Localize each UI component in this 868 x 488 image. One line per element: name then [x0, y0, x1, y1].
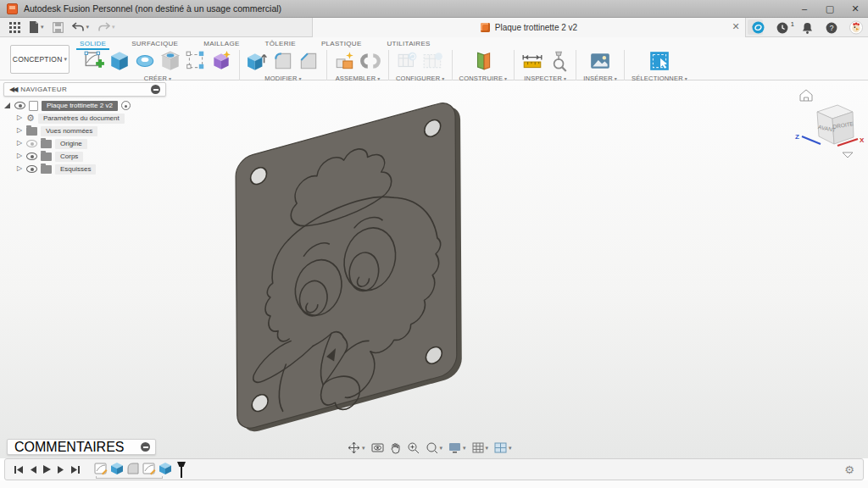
collapse-left-icon[interactable]: ◀◀ — [9, 86, 16, 93]
select-icon[interactable] — [648, 50, 670, 72]
activate-component-icon[interactable] — [121, 101, 131, 110]
display-settings-icon[interactable]: ▾ — [448, 442, 466, 453]
tree-row-esquisses[interactable]: Esquisses — [3, 163, 166, 175]
timeline-playback — [14, 464, 81, 474]
feature-extrude-icon[interactable] — [159, 462, 172, 475]
visibility-eye-icon[interactable] — [26, 152, 37, 160]
pattern-icon[interactable] — [185, 50, 207, 72]
expander-icon[interactable] — [17, 166, 23, 173]
workspace-selector[interactable]: CONCEPTION ▾ — [10, 45, 70, 74]
fillet-icon[interactable] — [272, 50, 294, 72]
navigator-panel: ◀◀ NAVIGATEUR Plaque trottinette 2 v2 ⚙ … — [3, 82, 166, 175]
model-plate[interactable] — [236, 99, 462, 439]
orbit-icon[interactable]: ▾ — [348, 441, 365, 454]
root-node-label[interactable]: Plaque trottinette 2 v2 — [42, 101, 118, 111]
zoom-icon[interactable] — [407, 441, 420, 454]
expander-icon[interactable] — [17, 115, 23, 122]
tree-row-vues[interactable]: Vues nommées — [3, 125, 166, 137]
app-grid-icon[interactable] — [7, 20, 23, 35]
step-forward-icon[interactable] — [57, 465, 65, 474]
feature-extrude-icon[interactable] — [110, 462, 124, 475]
play-icon[interactable] — [42, 464, 52, 474]
panel-collapse-icon[interactable] — [141, 442, 150, 452]
minimize-button[interactable]: – — [792, 0, 817, 17]
viewcube[interactable]: Z X AVANT DROITE — [788, 83, 865, 168]
insert-canvas-icon[interactable] — [589, 50, 611, 72]
visibility-eye-off-icon[interactable] — [26, 140, 37, 147]
document-node-icon — [29, 101, 38, 111]
viewports-icon[interactable]: ▾ — [494, 442, 512, 453]
configure-icon[interactable] — [397, 50, 419, 72]
timeline-features — [94, 460, 186, 479]
configuration-table-icon[interactable] — [422, 50, 444, 72]
go-to-end-icon[interactable] — [70, 465, 81, 474]
tree-root-row[interactable]: Plaque trottinette 2 v2 — [3, 99, 166, 112]
new-component-icon[interactable] — [334, 50, 356, 72]
tree-row-parametres[interactable]: ⚙ Paramètres du document — [3, 112, 166, 125]
tree-node-label[interactable]: Paramètres du document — [38, 114, 125, 124]
tab-surfacique[interactable]: SURFACIQUE — [130, 40, 180, 47]
user-avatar[interactable] — [849, 21, 863, 35]
measure-icon[interactable] — [521, 50, 543, 72]
tab-utilitaires[interactable]: UTILITAIRES — [386, 40, 432, 47]
navigator-header[interactable]: ◀◀ NAVIGATEUR — [3, 82, 166, 97]
chamfer-icon[interactable] — [298, 50, 320, 72]
tree-node-label[interactable]: Esquisses — [55, 164, 96, 175]
tab-close-icon[interactable]: ✕ — [729, 20, 743, 34]
job-status-icon[interactable]: 1 — [776, 21, 789, 35]
viewport-canvas[interactable]: ◀◀ NAVIGATEUR Plaque trottinette 2 v2 ⚙ … — [0, 80, 868, 458]
expander-icon[interactable] — [17, 128, 23, 135]
visibility-eye-icon[interactable] — [26, 165, 37, 173]
expander-open-icon[interactable] — [3, 102, 11, 109]
go-to-start-icon[interactable] — [14, 465, 24, 474]
redo-icon[interactable]: ▾ — [95, 20, 118, 34]
save-icon[interactable] — [50, 20, 66, 35]
tree-row-corps[interactable]: Corps — [3, 150, 166, 163]
timeline-settings-gear-icon[interactable]: ⚙ — [844, 463, 854, 476]
tree-node-label[interactable]: Origine — [55, 139, 87, 149]
expander-icon[interactable] — [17, 153, 23, 160]
extrude-icon[interactable] — [108, 50, 131, 72]
look-at-icon[interactable] — [371, 442, 384, 453]
extensions-icon[interactable] — [751, 21, 765, 35]
viewcube-home-icon[interactable] — [800, 90, 812, 101]
tree-row-origine[interactable]: Origine — [3, 137, 166, 150]
group-inspecter: INSPECTER — [515, 49, 576, 82]
joint-icon[interactable] — [359, 50, 381, 72]
form-icon[interactable] — [134, 50, 156, 72]
tree-node-label[interactable]: Corps — [55, 152, 83, 162]
tab-solide[interactable]: SOLIDE — [78, 40, 108, 47]
zoom-window-icon[interactable]: ▾ — [426, 441, 443, 454]
comments-panel[interactable]: COMMENTAIRES — [7, 439, 156, 455]
panel-collapse-icon[interactable] — [151, 85, 160, 94]
visibility-eye-icon[interactable] — [14, 102, 25, 109]
fusion-app-icon — [7, 3, 18, 14]
expander-icon[interactable] — [17, 141, 23, 147]
close-button[interactable]: ✕ — [843, 0, 868, 17]
tab-plastique[interactable]: PLASTIQUE — [320, 40, 364, 47]
probe-icon[interactable] — [547, 50, 569, 72]
document-tab[interactable]: Plaque trottinette 2 v2 — [312, 18, 746, 37]
tree-node-label[interactable]: Vues nommées — [41, 126, 97, 136]
notification-bell-icon[interactable] — [800, 21, 814, 35]
group-construire: CONSTRUIRE — [453, 49, 515, 82]
timeline-position-marker[interactable] — [176, 461, 186, 480]
file-menu-icon[interactable]: ▾ — [26, 19, 47, 35]
grid-snap-icon[interactable]: ▾ — [472, 442, 489, 453]
feature-sketch-icon[interactable] — [94, 462, 108, 475]
feature-sketch-icon[interactable] — [142, 462, 156, 475]
press-pull-icon[interactable] — [247, 50, 269, 72]
pan-hand-icon[interactable] — [390, 442, 401, 454]
feature-fillet-icon[interactable] — [126, 462, 140, 475]
create-sketch-icon[interactable] — [83, 50, 105, 72]
step-back-icon[interactable] — [29, 465, 37, 474]
maximize-button[interactable]: ▢ — [817, 0, 843, 17]
undo-icon[interactable]: ▾ — [70, 20, 92, 34]
tab-maillage[interactable]: MAILLAGE — [202, 40, 241, 47]
help-icon[interactable]: ? — [825, 21, 838, 35]
viewcube-menu-icon[interactable] — [843, 152, 853, 158]
construct-plane-icon[interactable] — [472, 50, 494, 72]
tab-tolerie[interactable]: TÔLERIE — [264, 40, 298, 47]
generative-icon[interactable] — [210, 50, 232, 72]
hole-icon[interactable] — [159, 50, 181, 72]
